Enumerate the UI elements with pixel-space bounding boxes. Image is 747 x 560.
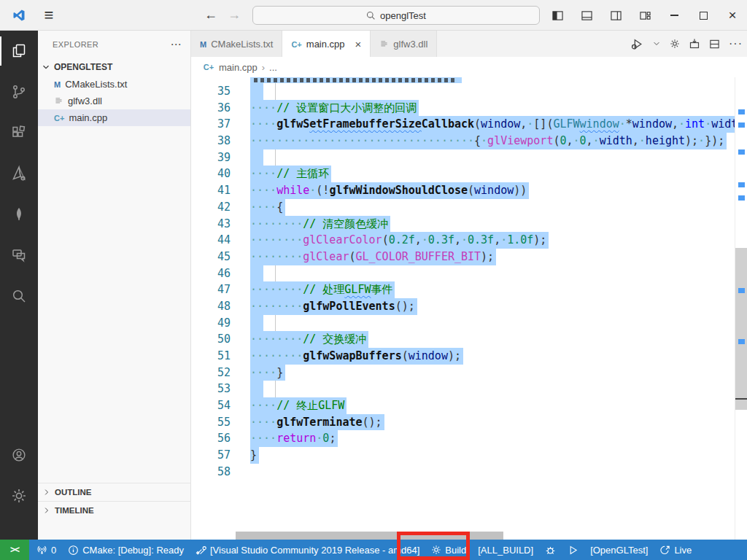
vertical-scrollbar-thumb[interactable]	[735, 248, 747, 410]
tab-close-icon[interactable]: ×	[355, 38, 362, 50]
code-line-51[interactable]: 51········glfwSwapBuffers(window);	[191, 348, 735, 365]
activity-bar-item-extensions[interactable]	[0, 112, 38, 153]
play-icon	[568, 545, 578, 556]
section-timeline[interactable]: TIMELINE	[38, 501, 191, 519]
code-line-50[interactable]: 50········// 交换缓冲	[191, 331, 735, 348]
build-box-icon[interactable]	[689, 38, 700, 50]
menu-icon[interactable]: ≡	[38, 6, 60, 25]
line-number: 46	[191, 265, 231, 282]
tab-glfw3.dll[interactable]: glfw3.dll	[371, 31, 437, 57]
code-line-42[interactable]: 42····{	[191, 199, 735, 216]
tab-main.cpp[interactable]: C+main.cpp×	[282, 31, 371, 57]
status-item-cmake-kit[interactable]: [Visual Studio Community 2019 Release - …	[191, 540, 424, 560]
split-editor-icon[interactable]	[709, 39, 720, 50]
code-line-52[interactable]: 52····}	[191, 365, 735, 381]
close-icon[interactable]: ×	[718, 0, 747, 31]
more-actions-icon[interactable]: ···	[729, 37, 743, 50]
status-item-cmake-launch[interactable]	[563, 540, 583, 560]
activity-bar-item-accounts[interactable]	[0, 435, 38, 475]
project-root-openglTest[interactable]: OPENGLTEST	[38, 58, 190, 76]
code-line-47[interactable]: 47········// 处理GLFW事件	[191, 281, 735, 298]
status-item-live-share[interactable]: Live	[655, 540, 696, 560]
generic-file-icon	[379, 39, 389, 49]
code-text: ····// 设置窗口大小调整的回调	[250, 100, 419, 117]
activity-bar-item-cmake[interactable]	[0, 153, 38, 194]
line-number: 58	[191, 464, 231, 481]
code-text: ········// 交换缓冲	[250, 331, 368, 348]
live-share-icon	[659, 545, 670, 556]
cpp-file-icon: C+	[54, 112, 64, 123]
code-line-55[interactable]: 55····glfwTerminate();	[191, 414, 735, 431]
activity-bar-item-mongodb[interactable]	[0, 194, 38, 235]
customize-layout-icon[interactable]	[630, 0, 659, 31]
line-number: 37	[191, 116, 231, 133]
code-text: ··································{·glVi…	[250, 133, 727, 149]
code-line-53[interactable]: 53	[191, 381, 735, 397]
horizontal-scrollbar[interactable]	[236, 532, 503, 540]
activity-bar-item-explorer[interactable]	[0, 31, 38, 71]
activity-bar-item-source-control[interactable]	[0, 71, 38, 112]
code-line-39[interactable]: 39	[191, 149, 735, 166]
status-item-cmake-build-target[interactable]: [ALL_BUILD]	[473, 540, 538, 560]
code-line-38[interactable]: 38··································{·gl…	[191, 133, 735, 149]
line-number: 53	[191, 381, 231, 397]
status-item-cmake-launch-target[interactable]: [OpenGLTest]	[586, 540, 652, 560]
code-line-57[interactable]: 57}	[191, 447, 735, 464]
code-line-49[interactable]: 49	[191, 315, 735, 332]
status-item-broadcast-count[interactable]: 0	[32, 540, 61, 560]
code-editor[interactable]: 3536····// 设置窗口大小调整的回调37····glfwSetFrame…	[191, 77, 735, 540]
more-actions-icon[interactable]: ⋯	[171, 38, 182, 51]
code-text: ····}	[250, 365, 285, 381]
activity-bar-item-live-share[interactable]	[0, 235, 38, 276]
layout-secondary-sidebar-icon[interactable]	[601, 0, 630, 31]
section-outline[interactable]: OUTLINE	[38, 483, 191, 501]
code-line-46[interactable]: 46	[191, 265, 735, 282]
run-or-debug-icon[interactable]	[631, 38, 643, 50]
code-line-37[interactable]: 37····glfwSetFramebufferSizeCallback(win…	[191, 116, 735, 133]
sidebar-title: EXPLORER	[53, 40, 98, 49]
code-line-58[interactable]: 58	[191, 464, 735, 481]
line-number: 42	[191, 199, 231, 216]
command-center-search[interactable]: openglTest	[252, 6, 540, 25]
activity-bar-item-manage[interactable]	[0, 475, 38, 516]
line-number: 40	[191, 166, 231, 182]
code-line-54[interactable]: 54····// 终止GLFW	[191, 397, 735, 414]
tab-CMakeLists.txt[interactable]: MCMakeLists.txt	[191, 31, 282, 57]
editor-group: MCMakeLists.txtC+main.cpp×glfw3.dll ··· …	[191, 31, 747, 540]
activity-bar-item-search[interactable]	[0, 276, 38, 316]
line-number: 41	[191, 182, 231, 199]
layout-panel-icon[interactable]	[572, 0, 601, 31]
file-item-glfw3.dll[interactable]: glfw3.dll	[38, 93, 190, 109]
code-line-48[interactable]: 48········glfwPollEvents();	[191, 298, 735, 315]
code-line-56[interactable]: 56····return·0;	[191, 430, 735, 447]
minimize-icon[interactable]	[659, 0, 689, 31]
maximize-icon[interactable]	[689, 0, 718, 31]
code-line-36[interactable]: 36····// 设置窗口大小调整的回调	[191, 100, 735, 117]
code-text: ····glfwTerminate();	[250, 414, 384, 431]
gear-icon[interactable]	[670, 39, 680, 49]
code-line-43[interactable]: 43········// 清空颜色缓冲	[191, 216, 735, 233]
generic-file-icon	[54, 96, 63, 106]
line-number: 56	[191, 430, 231, 447]
files-icon	[10, 42, 28, 60]
code-line-41[interactable]: 41····while·(!glfwWindowShouldClose(wind…	[191, 182, 735, 199]
chevron-down-icon[interactable]	[652, 39, 661, 48]
chevron-right-icon	[42, 488, 51, 497]
breadcrumb-file[interactable]: main.cpp	[219, 62, 258, 73]
status-item-cmake-status[interactable]: CMake: [Debug]: Ready	[63, 540, 188, 560]
file-item-main.cpp[interactable]: C+main.cpp	[38, 109, 190, 126]
file-item-CMakeLists.txt[interactable]: MCMakeLists.txt	[38, 76, 190, 93]
status-item-remote[interactable]: ><	[0, 540, 29, 560]
layout-sidebar-icon[interactable]	[543, 0, 572, 31]
code-line-35[interactable]: 35	[191, 83, 735, 100]
breadcrumb-rest[interactable]: ...	[269, 62, 277, 73]
code-line-45[interactable]: 45········glClear(GL_COLOR_BUFFER_BIT);	[191, 249, 735, 265]
code-line-44[interactable]: 44········glClearColor(0.2f,·0.3f,·0.3f,…	[191, 232, 735, 249]
code-line-40[interactable]: 40····// 主循环	[191, 166, 735, 182]
breadcrumb[interactable]: C+ main.cpp › ...	[191, 57, 747, 77]
overview-ruler[interactable]	[735, 77, 747, 540]
status-item-cmake-build[interactable]: Build	[427, 540, 471, 560]
line-number: 43	[191, 216, 231, 233]
status-item-cmake-debug[interactable]	[541, 540, 560, 560]
back-icon[interactable]: ←	[204, 7, 217, 23]
